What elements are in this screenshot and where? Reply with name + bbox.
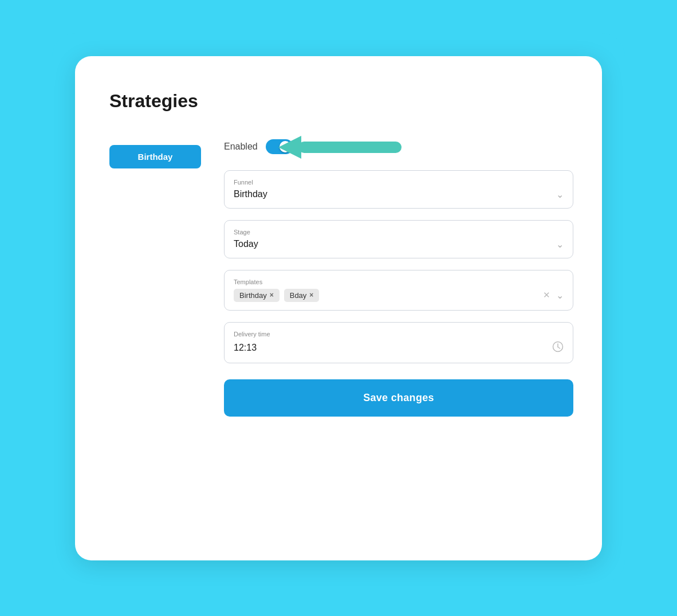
funnel-label: Funnel [234,179,564,186]
toggle-track[interactable] [266,139,293,154]
save-button[interactable]: Save changes [224,379,573,417]
stage-value-row: Today ⌄ [234,239,564,250]
enabled-row: Enabled [224,139,573,154]
funnel-value-row: Birthday ⌄ [234,189,564,200]
templates-value-row: Birthday × Bday × ✕ ⌄ [234,289,564,302]
main-card: Strategies Birthday Enabled [75,56,602,560]
page-title: Strategies [109,91,573,112]
templates-actions: ✕ ⌄ [543,290,564,301]
toggle-thumb [280,141,291,152]
field-group: Funnel Birthday ⌄ Stage Today ⌄ [224,170,573,363]
stage-chevron-icon: ⌄ [556,239,564,250]
svg-line-4 [558,347,560,348]
delivery-time-label: Delivery time [234,331,564,338]
arrow-annotation [275,131,407,163]
stage-label: Stage [234,229,564,236]
outer-background: Strategies Birthday Enabled [52,33,625,583]
sidebar: Birthday [109,139,201,168]
form-area: Enabled [224,139,573,417]
templates-clear-icon[interactable]: ✕ [543,290,550,300]
tags-row: Birthday × Bday × [234,289,543,302]
enabled-toggle[interactable] [266,139,293,154]
funnel-chevron-icon: ⌄ [556,189,564,200]
svg-rect-0 [298,142,402,153]
tag-bday: Bday × [284,289,320,302]
templates-field[interactable]: Templates Birthday × Bday × [224,270,573,311]
stage-value: Today [234,239,258,249]
tag-birthday-remove[interactable]: × [270,291,274,299]
stage-field[interactable]: Stage Today ⌄ [224,220,573,258]
sidebar-item-birthday[interactable]: Birthday [109,145,201,168]
templates-label: Templates [234,278,564,285]
enabled-label: Enabled [224,142,258,152]
tag-birthday-label: Birthday [239,291,267,300]
clock-icon [552,341,564,355]
delivery-time-value-row: 12:13 [234,341,564,355]
content-row: Birthday Enabled [109,139,573,417]
templates-chevron-icon[interactable]: ⌄ [556,290,564,301]
tag-bday-label: Bday [290,291,307,300]
delivery-time-value: 12:13 [234,343,257,353]
funnel-field[interactable]: Funnel Birthday ⌄ [224,170,573,209]
funnel-value: Birthday [234,189,267,199]
delivery-time-field[interactable]: Delivery time 12:13 [224,322,573,363]
tag-bday-remove[interactable]: × [309,291,313,299]
tag-birthday: Birthday × [234,289,280,302]
